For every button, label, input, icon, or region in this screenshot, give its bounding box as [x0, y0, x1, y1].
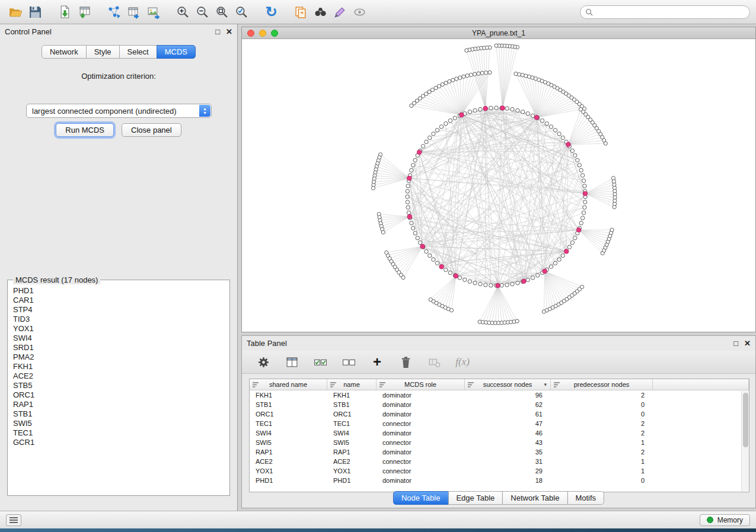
- table-cell: 2: [551, 448, 653, 456]
- mcds-result-item[interactable]: PHD1: [9, 286, 228, 296]
- table-row[interactable]: YOX1YOX1connector291: [250, 466, 749, 476]
- mcds-result-item[interactable]: TEC1: [9, 428, 228, 438]
- task-list-icon[interactable]: [6, 514, 21, 526]
- tab-style[interactable]: Style: [86, 45, 120, 59]
- chevron-down-icon[interactable]: ▾: [544, 382, 547, 387]
- save-icon[interactable]: [25, 2, 45, 22]
- chevron-up-down-icon[interactable]: ▲▼: [199, 105, 210, 117]
- export-image-icon[interactable]: [143, 2, 163, 22]
- column-header-shared-name[interactable]: shared name: [250, 379, 327, 390]
- mcds-result-item[interactable]: TID3: [9, 315, 228, 324]
- export-table-icon[interactable]: [124, 2, 143, 22]
- table-row[interactable]: SWI5SWI5connector431: [250, 438, 749, 447]
- table-scrollbar[interactable]: [741, 391, 749, 491]
- table-cell: 46: [465, 430, 551, 437]
- search-box: [580, 5, 750, 19]
- mcds-result-list[interactable]: PHD1CAR1STP4TID3YOX1SWI4SRD1PMA2FKH1ACE2…: [9, 286, 228, 493]
- mcds-result-item[interactable]: ORC1: [9, 390, 228, 400]
- table-cell: YOX1: [327, 467, 377, 475]
- mcds-result-item[interactable]: SWI4: [9, 334, 228, 343]
- tab-network[interactable]: Network: [42, 45, 87, 59]
- minimize-window-icon[interactable]: [259, 30, 266, 37]
- table-row[interactable]: TEC1TEC1connector472: [250, 419, 749, 428]
- column-header-predecessor-nodes[interactable]: predecessor nodes: [551, 379, 653, 390]
- mcds-result-item[interactable]: STP4: [9, 305, 228, 315]
- mcds-result-item[interactable]: GCR1: [9, 438, 228, 447]
- zoom-out-icon[interactable]: [193, 2, 212, 22]
- table-row[interactable]: STB1STB1dominator620: [250, 400, 749, 409]
- export-network-icon[interactable]: [104, 2, 124, 22]
- mcds-result-item[interactable]: YOX1: [9, 324, 228, 334]
- table-row[interactable]: FKH1FKH1dominator962: [250, 390, 749, 400]
- mcds-result-item[interactable]: CAR1: [9, 296, 228, 305]
- refresh-icon[interactable]: ↻: [261, 2, 281, 22]
- network-canvas[interactable]: [242, 40, 755, 332]
- close-icon[interactable]: ✕: [744, 339, 751, 348]
- run-mcds-button[interactable]: Run MCDS: [56, 123, 114, 137]
- table-row[interactable]: ORC1ORC1dominator610: [250, 409, 749, 419]
- table-cell: ORC1: [250, 411, 327, 418]
- gear-icon[interactable]: [255, 354, 272, 370]
- tab-edge-table[interactable]: Edge Table: [448, 491, 503, 505]
- column-header-name[interactable]: name: [327, 379, 377, 390]
- binoculars-icon[interactable]: [311, 2, 330, 22]
- table-row[interactable]: RAP1RAP1dominator352: [250, 447, 749, 457]
- select-all-icon[interactable]: [312, 354, 328, 370]
- mcds-result-item[interactable]: FKH1: [9, 362, 228, 371]
- document-share-icon[interactable]: [291, 2, 311, 22]
- add-column-icon[interactable]: +: [369, 354, 385, 370]
- tab-mcds[interactable]: MCDS: [157, 45, 196, 59]
- mcds-result-item[interactable]: STB5: [9, 381, 228, 390]
- table-cell: dominator: [377, 448, 465, 456]
- eye-icon[interactable]: [350, 2, 369, 22]
- tab-network-table[interactable]: Network Table: [502, 491, 567, 505]
- tab-node-table[interactable]: Node Table: [393, 491, 449, 505]
- maximize-window-icon[interactable]: [271, 30, 278, 37]
- mcds-result-group: MCDS result (17 nodes) PHD1CAR1STP4TID3Y…: [7, 275, 230, 496]
- deselect-all-icon[interactable]: [340, 354, 357, 370]
- zoom-fit-icon[interactable]: [212, 2, 232, 22]
- search-input[interactable]: [596, 8, 745, 16]
- network-window-title: YPA_prune.txt_1: [472, 29, 525, 37]
- column-header-mcds-role[interactable]: MCDS role: [377, 379, 465, 390]
- mcds-result-item[interactable]: STB1: [9, 409, 228, 419]
- import-network-icon[interactable]: [55, 2, 75, 22]
- tab-motifs[interactable]: Motifs: [567, 491, 604, 505]
- open-file-icon[interactable]: [6, 2, 25, 22]
- table-row[interactable]: ACE2ACE2connector311: [250, 457, 749, 466]
- memory-button[interactable]: Memory: [700, 514, 750, 526]
- refresh-glyph: ↻: [265, 5, 277, 19]
- paintbrush-icon[interactable]: [330, 2, 350, 22]
- mcds-result-item[interactable]: RAP1: [9, 400, 228, 409]
- mcds-result-item[interactable]: SWI5: [9, 419, 228, 428]
- columns-icon[interactable]: [283, 354, 300, 370]
- import-table-icon[interactable]: [75, 2, 94, 22]
- table-cell: connector: [377, 458, 465, 465]
- fx-label: f(x): [455, 356, 470, 368]
- table-cell: 18: [465, 477, 551, 484]
- close-window-icon[interactable]: [247, 30, 254, 37]
- zoom-selected-icon[interactable]: [232, 2, 251, 22]
- network-edges: [374, 46, 615, 323]
- zoom-in-icon[interactable]: [173, 2, 193, 22]
- mcds-result-item[interactable]: PMA2: [9, 352, 228, 362]
- mcds-result-item[interactable]: SRD1: [9, 343, 228, 352]
- mcds-result-item[interactable]: ACE2: [9, 371, 228, 381]
- criterion-select[interactable]: largest connected component (undirected)…: [26, 104, 212, 118]
- network-window-titlebar[interactable]: YPA_prune.txt_1: [242, 27, 755, 39]
- close-panel-button[interactable]: Close panel: [122, 123, 181, 137]
- scrollbar-thumb[interactable]: [743, 393, 748, 447]
- table-row[interactable]: SWI4SWI4dominator462: [250, 428, 749, 438]
- float-icon[interactable]: □: [215, 27, 220, 36]
- network-svg[interactable]: [242, 40, 755, 332]
- delete-column-icon[interactable]: [397, 354, 414, 370]
- node-table-body[interactable]: FKH1FKH1dominator962STB1STB1dominator620…: [250, 390, 749, 485]
- table-row[interactable]: PHD1PHD1dominator180: [250, 476, 749, 485]
- close-icon[interactable]: ✕: [226, 27, 232, 36]
- table-cell: 31: [465, 458, 551, 465]
- column-header-successor-nodes[interactable]: successor nodes ▾: [465, 379, 551, 390]
- plus-icon: +: [373, 355, 381, 369]
- float-icon[interactable]: □: [733, 339, 738, 348]
- network-nodes[interactable]: [371, 44, 617, 325]
- tab-select[interactable]: Select: [119, 45, 157, 59]
